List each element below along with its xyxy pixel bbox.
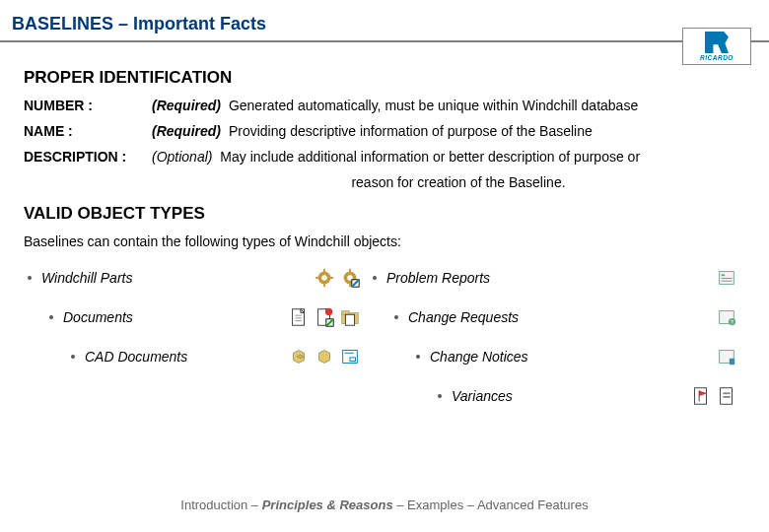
svg-rect-5 [330,277,334,279]
field-number-label: NUMBER : [24,98,152,113]
item-change-requests-label: Change Requests [408,309,519,325]
field-description-desc: May include additional information or be… [220,149,640,165]
field-number-tag: (Required) [152,98,221,113]
item-change-notices-label: Change Notices [430,349,528,365]
variance-flag-icon [690,385,712,407]
footer-part-c: – Examples – Advanced Features [393,498,589,512]
item-windchill-parts-label: Windchill Parts [41,270,132,286]
objects-intro: Baselines can contain the following type… [24,233,745,249]
ricardo-logo: RICARDO [682,28,751,65]
item-change-notices: Change Notices [369,342,745,371]
change-notice-icon [716,346,737,367]
field-number-desc: Generated automatically, must be unique … [229,98,638,113]
footer-part-a: Introduction – [180,498,261,512]
bullet-icon [71,355,75,359]
item-problem-reports-label: Problem Reports [386,270,490,286]
svg-rect-37 [730,359,735,365]
part-gear-icon [314,267,335,289]
objects-left-column: Windchill Parts Documents [24,263,369,421]
bullet-icon [49,315,53,319]
field-name-label: NAME : [24,123,152,139]
footer-breadcrumb: Introduction – Principles & Reasons – Ex… [0,498,769,512]
objects-right-column: Problem Reports Change Requests ? [369,263,745,421]
section-objects-heading: VALID OBJECT TYPES [24,204,745,224]
svg-rect-3 [323,284,325,288]
svg-rect-9 [349,284,351,288]
svg-rect-31 [722,278,733,279]
cad-part-icon [314,346,335,367]
footer-part-b: Principles & Reasons [262,498,393,512]
title-bar: BASELINES – Important Facts [0,0,769,42]
svg-rect-2 [323,269,325,273]
svg-rect-8 [349,269,351,273]
svg-rect-38 [695,388,707,405]
cad-assembly-icon [288,346,310,367]
field-description-label: DESCRIPTION : [24,149,152,165]
item-cad-documents: CAD Documents [24,342,369,371]
change-request-icon: ? [716,306,737,328]
field-number: NUMBER : (Required) Generated automatica… [24,98,745,113]
field-description: DESCRIPTION : (Optional) May include add… [24,149,745,165]
svg-text:?: ? [731,319,734,325]
svg-rect-43 [723,396,730,398]
section-identification-heading: PROPER IDENTIFICATION [24,68,745,88]
svg-point-1 [321,275,327,281]
item-documents: Documents [24,302,369,332]
document-folder-icon [339,306,361,328]
svg-rect-30 [722,274,726,276]
item-problem-reports: Problem Reports [369,263,745,293]
bullet-icon [438,394,442,398]
bullet-icon [416,355,420,359]
bullet-icon [28,276,32,280]
logo-r-mark [705,32,729,53]
svg-rect-21 [342,311,349,315]
svg-point-18 [325,308,332,315]
content-area: PROPER IDENTIFICATION NUMBER : (Required… [0,46,769,421]
cad-drawing-icon [339,346,361,367]
bullet-icon [394,315,398,319]
bullet-icon [373,276,377,280]
field-description-cont: reason for creation of the Baseline. [24,174,745,190]
field-name-desc: Providing descriptive information of pur… [229,123,593,139]
svg-marker-25 [319,351,330,364]
objects-columns: Windchill Parts Documents [24,263,745,421]
item-documents-label: Documents [63,309,133,325]
field-name-tag: (Required) [152,123,221,139]
field-name: NAME : (Required) Providing descriptive … [24,123,745,139]
item-cad-documents-label: CAD Documents [85,349,187,365]
document-link-icon [314,306,335,328]
svg-rect-42 [723,392,730,394]
document-icon [288,306,310,328]
part-gear-link-icon [339,267,361,289]
variance-doc-icon [716,385,737,407]
item-variances-label: Variances [452,388,513,404]
slide-title: BASELINES – Important Facts [12,14,757,34]
logo-text: RICARDO [700,54,734,61]
field-description-tag: (Optional) [152,149,212,165]
item-change-requests: Change Requests ? [369,302,745,332]
svg-rect-22 [345,314,354,325]
item-windchill-parts: Windchill Parts [24,263,369,293]
svg-rect-4 [315,277,319,279]
problem-report-icon [716,267,737,289]
item-variances: Variances [369,381,745,411]
svg-rect-32 [722,281,733,282]
